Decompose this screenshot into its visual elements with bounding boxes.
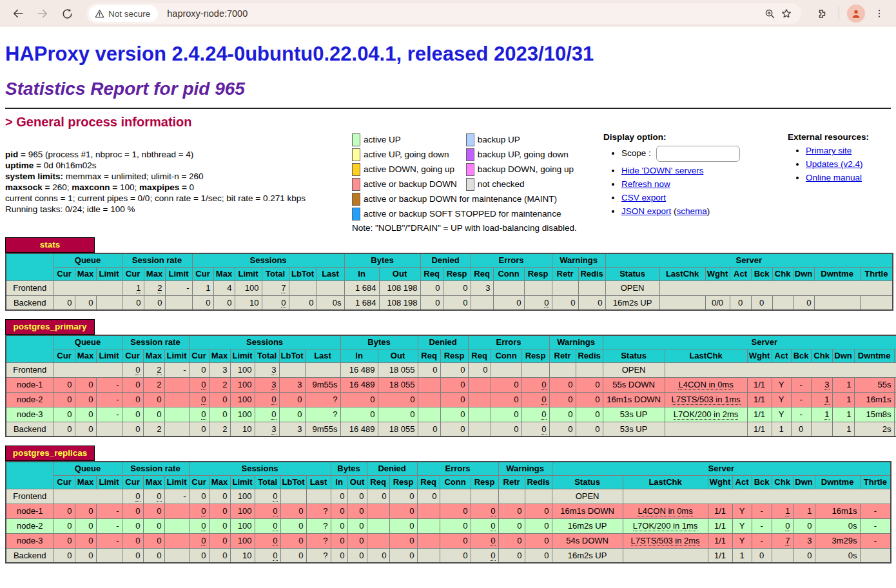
back-arrow-icon bbox=[12, 7, 24, 20]
cell: 0 bbox=[331, 504, 347, 518]
table-row: node-200-000010000?000000016m2s UPL7OK/2… bbox=[6, 518, 891, 533]
cell: 1/1 bbox=[747, 407, 772, 422]
extensions-puzzle-icon bbox=[815, 8, 827, 20]
schema-link[interactable]: schema bbox=[677, 206, 707, 216]
column-header: Dwntme bbox=[815, 475, 860, 489]
zoom-button[interactable] bbox=[761, 5, 778, 22]
browser-toolbar: Not secure haproxy-node:7000 bbox=[0, 0, 896, 27]
cell bbox=[417, 504, 440, 518]
profile-avatar[interactable] bbox=[847, 5, 865, 23]
cell bbox=[659, 280, 893, 295]
cell: 2 bbox=[209, 422, 230, 436]
cell: 9m55s bbox=[305, 377, 340, 392]
legend-label: backup DOWN, going up bbox=[474, 162, 583, 177]
cell bbox=[468, 392, 491, 407]
legend: active UPbackup UPactive UP, going downb… bbox=[352, 132, 603, 233]
cell: OPEN bbox=[603, 362, 665, 377]
cell: Y bbox=[772, 392, 791, 407]
refresh-link[interactable]: Refresh now bbox=[621, 179, 670, 189]
cell: 0 bbox=[143, 518, 164, 533]
cell bbox=[498, 489, 525, 504]
column-header: Max bbox=[209, 349, 230, 362]
not-secure-chip[interactable]: Not secure bbox=[89, 5, 158, 22]
process-info-line: pid = 965 (process #1, nbproc = 1, nbthr… bbox=[5, 149, 352, 160]
group-header: Warnings bbox=[498, 462, 552, 475]
column-header: Last bbox=[317, 267, 344, 280]
scope-label: Scope : bbox=[621, 148, 651, 158]
cell: 0 bbox=[144, 295, 165, 310]
cell: 2 bbox=[143, 377, 164, 392]
column-header: Total bbox=[255, 475, 280, 489]
hide-down-link[interactable]: Hide 'DOWN' servers bbox=[621, 166, 703, 175]
external-resource-link[interactable]: Updates (v2.4) bbox=[806, 159, 863, 169]
legend-swatch bbox=[352, 208, 360, 220]
cell: ? bbox=[306, 533, 331, 548]
proxy-table-stats: statsQueueSession rateSessionsBytesDenie… bbox=[5, 237, 891, 311]
cell: 0 bbox=[143, 392, 164, 407]
extensions-button[interactable] bbox=[810, 3, 831, 24]
cell bbox=[367, 504, 389, 518]
cell bbox=[279, 362, 305, 377]
cell bbox=[164, 422, 189, 436]
cell: 0 bbox=[213, 295, 235, 310]
column-header: Resp bbox=[443, 267, 471, 280]
group-header: Server bbox=[605, 253, 893, 267]
back-button[interactable] bbox=[8, 3, 28, 24]
cell: 54s DOWN bbox=[552, 533, 623, 548]
scope-input[interactable] bbox=[656, 146, 740, 162]
cell: 0 bbox=[54, 392, 75, 407]
column-header: Chk bbox=[772, 475, 793, 489]
column-header: Cur bbox=[122, 349, 143, 362]
cell bbox=[521, 362, 549, 377]
cell: - bbox=[165, 280, 192, 295]
not-secure-label: Not secure bbox=[108, 9, 150, 19]
cell: 100 bbox=[230, 377, 255, 392]
cell: 16 489 bbox=[340, 422, 378, 436]
cell: 0 bbox=[440, 548, 471, 563]
column-header: Req bbox=[418, 349, 440, 362]
bookmark-button[interactable] bbox=[778, 5, 795, 22]
external-resource-link[interactable]: Online manual bbox=[806, 173, 862, 182]
process-info-line: system limits: memmax = unlimited; ulimi… bbox=[5, 171, 352, 182]
row-label: Backend bbox=[6, 548, 54, 563]
cell bbox=[164, 518, 189, 533]
cell: 0 bbox=[255, 392, 279, 407]
cell: OPEN bbox=[605, 280, 659, 295]
cell: 3 bbox=[279, 377, 305, 392]
column-header: Total bbox=[262, 267, 289, 280]
legend-label: active UP, going down bbox=[360, 147, 466, 162]
column-header: Wght bbox=[705, 267, 730, 280]
cell: 0 bbox=[491, 407, 521, 422]
external-resource-link[interactable]: Primary site bbox=[806, 146, 852, 155]
cell: 0 bbox=[793, 518, 815, 533]
legend-swatch bbox=[466, 133, 474, 146]
column-header: Out bbox=[347, 475, 367, 489]
legend-label: active or backup SOFT STOPPED for mainte… bbox=[360, 206, 583, 221]
table-row: node-200-000010000?000000016m1s DOWNL7ST… bbox=[6, 392, 896, 407]
cell: 0 bbox=[280, 533, 306, 548]
cell: 0 bbox=[751, 295, 772, 310]
json-export-option: JSON export (schema) bbox=[621, 206, 788, 216]
cell: 1 684 bbox=[344, 280, 379, 295]
cell bbox=[623, 489, 891, 504]
menu-button[interactable] bbox=[869, 3, 890, 24]
cell: 0 bbox=[189, 489, 209, 504]
column-header: Max bbox=[143, 475, 164, 489]
cell: 16m2s UP bbox=[605, 295, 659, 310]
url-bar[interactable]: Not secure haproxy-node:7000 bbox=[86, 3, 801, 24]
forward-button[interactable] bbox=[32, 3, 53, 24]
column-header: Req bbox=[471, 267, 493, 280]
csv-export-link[interactable]: CSV export bbox=[621, 193, 666, 202]
row-label: node-3 bbox=[6, 407, 54, 422]
cell: 10 bbox=[230, 548, 255, 563]
cell bbox=[772, 548, 793, 563]
reload-button[interactable] bbox=[57, 3, 77, 24]
cell: 0 bbox=[280, 504, 306, 518]
cell: 1/1 bbox=[708, 518, 732, 533]
cell: 0 bbox=[75, 504, 96, 518]
json-export-link[interactable]: JSON export bbox=[621, 206, 671, 216]
cell: 0 bbox=[576, 407, 603, 422]
cell: 1 bbox=[122, 280, 144, 295]
toolbar-divider bbox=[839, 6, 839, 21]
cell: 0s bbox=[317, 295, 344, 310]
